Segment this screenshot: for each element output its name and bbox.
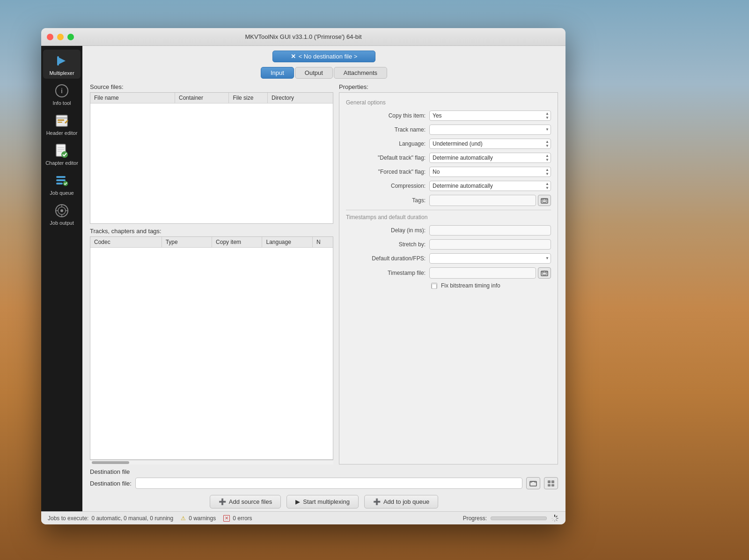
col-language: Language <box>262 237 312 247</box>
delay-row: Delay (in ms): <box>346 225 551 236</box>
delay-control <box>429 225 551 236</box>
svg-rect-7 <box>58 122 62 123</box>
main-content: ✕ < No destination file > Input Output A… <box>82 46 565 511</box>
warnings-value: 0 warnings <box>189 515 216 522</box>
maximize-button[interactable] <box>67 34 74 40</box>
compression-select[interactable]: Determine automatically None zlib <box>429 181 551 191</box>
start-mux-button[interactable]: ▶ Start multiplexing <box>286 495 359 508</box>
window-body: Multiplexer i Info tool <box>41 46 565 511</box>
svg-line-38 <box>556 519 557 520</box>
tags-input[interactable] <box>429 195 536 206</box>
forced-track-select-wrapper: No Yes ▲ ▼ <box>429 167 551 177</box>
forced-track-select[interactable]: No Yes <box>429 167 551 177</box>
warning-icon: ⚠ <box>181 515 186 522</box>
start-mux-label: Start multiplexing <box>303 498 350 505</box>
default-duration-row: Default duration/FPS: ▼ <box>346 253 551 264</box>
close-button[interactable] <box>47 34 53 40</box>
track-name-select[interactable] <box>429 125 551 135</box>
svg-rect-32 <box>551 480 554 483</box>
svg-rect-14 <box>56 176 66 178</box>
dest-file-input[interactable] <box>135 478 522 489</box>
track-name-row: Track name: ▼ <box>346 125 551 135</box>
svg-rect-1 <box>57 56 59 66</box>
sidebar-item-header-editor[interactable]: Header editor <box>43 110 81 139</box>
stretch-input[interactable] <box>429 239 551 250</box>
add-queue-label: Add to job queue <box>383 498 429 505</box>
properties-box: General options Copy this item: Yes No <box>339 92 558 464</box>
compression-label: Compression: <box>346 183 426 189</box>
tracks-label: Tracks, chapters and tags: <box>90 228 333 235</box>
fix-bitstream-label: Fix bitstream timing info <box>441 282 500 289</box>
language-select[interactable]: Undetermined (und) English (eng) <box>429 139 551 149</box>
source-files-table[interactable]: File name Container File size Directory <box>90 92 333 224</box>
sidebar-item-job-output[interactable]: Job output <box>43 199 81 228</box>
timestamp-file-label: Timestamp file: <box>346 270 426 276</box>
horizontal-scrollbar[interactable] <box>90 460 333 464</box>
timestamp-file-control <box>429 267 551 279</box>
dest-extra-button[interactable] <box>544 477 558 489</box>
add-source-button[interactable]: ➕ Add source files <box>210 495 281 508</box>
fix-bitstream-checkbox[interactable] <box>431 283 437 289</box>
col-filesize: File size <box>229 93 268 103</box>
start-mux-icon: ▶ <box>295 498 300 505</box>
section-divider <box>346 210 551 210</box>
copy-item-row: Copy this item: Yes No ▲ ▼ <box>346 111 551 121</box>
sidebar: Multiplexer i Info tool <box>41 46 82 511</box>
timestamps-title: Timestamps and default duration <box>346 214 551 221</box>
action-buttons-bar: ➕ Add source files ▶ Start multiplexing … <box>90 492 558 511</box>
tracks-header: Codec Type Copy item Language N <box>90 237 333 248</box>
jobs-label: Jobs to execute: <box>48 515 88 522</box>
tags-control <box>429 195 551 206</box>
statusbar: Jobs to execute: 0 automatic, 0 manual, … <box>41 511 565 524</box>
col-directory: Directory <box>268 93 333 103</box>
multiplexer-icon <box>53 52 70 69</box>
add-source-icon: ➕ <box>219 498 226 505</box>
svg-rect-26 <box>543 200 546 202</box>
scrollbar-thumb <box>92 461 129 464</box>
default-track-label: "Default track" flag: <box>346 155 426 161</box>
tab-input[interactable]: Input <box>261 67 294 79</box>
compression-control: Determine automatically None zlib ▲ ▼ <box>429 181 551 191</box>
col-codec: Codec <box>90 237 162 247</box>
add-queue-button[interactable]: ➕ Add to job queue <box>364 495 438 508</box>
general-options-title: General options <box>346 99 551 106</box>
sidebar-item-multiplexer[interactable]: Multiplexer <box>43 50 81 79</box>
sidebar-item-job-queue-label: Job queue <box>50 190 73 196</box>
no-destination-button[interactable]: ✕ < No destination file > <box>272 51 375 62</box>
default-duration-select[interactable] <box>429 253 551 264</box>
copy-item-label: Copy this item: <box>346 112 426 119</box>
sidebar-item-info-tool[interactable]: i Info tool <box>43 80 81 109</box>
dest-browse-button[interactable] <box>526 477 540 489</box>
default-track-control: Determine automatically Yes No ▲ ▼ <box>429 153 551 163</box>
default-track-select[interactable]: Determine automatically Yes No <box>429 153 551 163</box>
col-filename: File name <box>90 93 175 103</box>
sidebar-item-chapter-editor[interactable]: Chapter editor <box>43 140 81 169</box>
minimize-button[interactable] <box>57 34 64 40</box>
progress-label: Progress: <box>463 515 487 522</box>
tracks-section: Tracks, chapters and tags: Codec Type Co… <box>90 228 333 464</box>
job-queue-icon <box>53 172 70 189</box>
errors-section: ✕ 0 errors <box>223 515 252 522</box>
timestamp-file-button[interactable] <box>538 267 551 279</box>
delay-input[interactable] <box>429 225 551 236</box>
sidebar-item-job-queue[interactable]: Job queue <box>43 169 81 199</box>
tracks-table[interactable]: Codec Type Copy item Language N <box>90 236 333 460</box>
track-name-select-wrapper: ▼ <box>429 125 551 135</box>
add-queue-icon: ➕ <box>373 498 381 505</box>
svg-rect-29 <box>432 284 437 288</box>
svg-rect-6 <box>58 119 64 121</box>
info-tool-icon: i <box>53 82 70 99</box>
copy-item-select[interactable]: Yes No <box>429 111 551 121</box>
svg-line-40 <box>552 519 553 520</box>
compression-row: Compression: Determine automatically Non… <box>346 181 551 191</box>
compression-select-wrapper: Determine automatically None zlib ▲ ▼ <box>429 181 551 191</box>
tab-output[interactable]: Output <box>295 67 333 79</box>
timestamp-file-input[interactable] <box>429 267 536 279</box>
sidebar-item-job-output-label: Job output <box>50 220 73 226</box>
svg-rect-31 <box>548 480 551 483</box>
tags-file-button[interactable] <box>538 195 551 206</box>
tab-attachments[interactable]: Attachments <box>334 67 387 79</box>
clear-destination-icon: ✕ <box>291 53 296 60</box>
language-select-wrapper: Undetermined (und) English (eng) ▲ ▼ <box>429 139 551 149</box>
source-files-body <box>90 103 333 197</box>
